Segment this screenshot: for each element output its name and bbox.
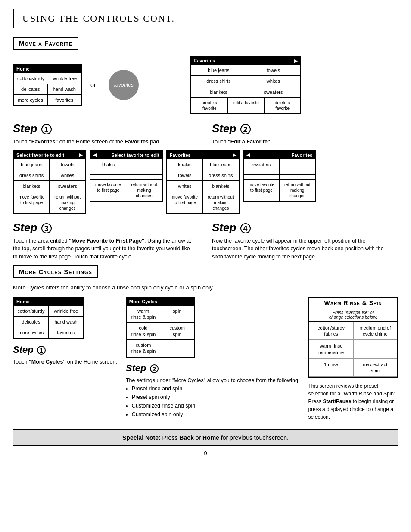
h2-handwash: hand wash xyxy=(49,317,83,327)
warm-rinse-note: Press "start/pause" orchange selections … xyxy=(309,308,397,322)
bullet-4: Customized spin only xyxy=(132,410,300,419)
step-3-text: Touch the area entitled "Move Favorite t… xyxy=(13,237,194,261)
step-1-heading: Step 1 xyxy=(13,122,199,135)
home-cell-more-cycles: more cycles xyxy=(14,95,48,105)
mc-cold-rinse: coldrinse & spin xyxy=(127,323,161,339)
mc-step-2-heading: Step 2 xyxy=(126,363,300,374)
fav-cell-blankets: blankets xyxy=(191,87,246,97)
fav2-bluejeans: blue jeans xyxy=(203,159,238,170)
step-1-text: Touch "Favorites" on the Home screen or … xyxy=(13,138,194,146)
mc-spin: spin xyxy=(160,306,194,323)
fav2-return: return withoutmaking changes xyxy=(203,192,238,213)
step-1-col: Step 1 Touch "Favorites" on the Home scr… xyxy=(13,122,199,146)
fav-cell-dressshirts: dress shirts xyxy=(191,76,246,86)
mc-step-1-heading: Step 1 xyxy=(13,344,117,355)
home-screen-2: Home cotton/sturdywrinkle free delicates… xyxy=(13,297,84,339)
mc-custom-rinse: customrinse & spin xyxy=(127,340,161,357)
fav-cell-whites: whites xyxy=(246,76,300,86)
step-row-3-4: Step 3 Touch the area entitled "Move Fav… xyxy=(13,221,398,261)
favorites-screen-1: Favorites ▶ blue jeans towels dress shir… xyxy=(190,56,301,114)
step-3-heading: Step 3 xyxy=(13,221,199,234)
fav2-dressshirts: dress shirts xyxy=(203,170,238,180)
special-note-bar: Special Note: Press Back or Home for pre… xyxy=(13,429,398,446)
step-1-num: 1 xyxy=(41,124,52,134)
mc-custom-spin: customspin xyxy=(160,323,194,339)
select-fav-1-arrow: ▶ xyxy=(79,152,83,157)
more-cycles-header: More Cycles Settings xyxy=(13,265,98,278)
bullet-2: Preset spin only xyxy=(132,393,300,401)
page-title: Using the Controls cont. xyxy=(22,13,175,24)
fav3-empty5 xyxy=(280,175,315,179)
move-favorite-top-screens: Home cotton/sturdy wrinkle free delicate… xyxy=(13,56,398,114)
step-4-col: Step 4 Now the favorite cycle will appea… xyxy=(212,221,398,261)
step-2-col: Step 2 Touch "Edit a Favorite". xyxy=(212,122,398,146)
fav-cell-sweaters: sweaters xyxy=(246,87,300,97)
sf2-empty4 xyxy=(90,175,126,179)
or-text: or xyxy=(90,81,96,88)
mc-step-2-bullets: Preset rinse and spin Preset spin only C… xyxy=(132,384,300,419)
fav-footer-delete: delete a favorite xyxy=(265,98,301,113)
fav2-blankets: blankets xyxy=(203,181,238,191)
favorites-circle-button[interactable]: favorites xyxy=(109,70,139,100)
sf2-empty2 xyxy=(90,170,126,174)
page-title-box: Using the Controls cont. xyxy=(13,9,184,28)
sf1-blankets: blankets xyxy=(14,181,50,191)
sf1-move: move favoriteto first page xyxy=(14,192,50,213)
sf1-dressshirts: dress shirts xyxy=(14,170,50,180)
favorites-screen-3: ◀ Favorites sweaters move favoriteto fir… xyxy=(243,150,316,202)
home-cell-delicates: delicates xyxy=(14,84,48,94)
warm-rinse-box: Warm Rinse & Spin Press "start/pause" or… xyxy=(308,297,398,378)
home-cell-handwash: hand wash xyxy=(48,84,81,94)
h2-favorites: favorites xyxy=(49,327,83,338)
home-screen-1: Home cotton/sturdy wrinkle free delicate… xyxy=(13,64,82,106)
sf1-bluejeans: blue jeans xyxy=(14,159,50,170)
home-screen-1-header: Home xyxy=(14,65,81,73)
middle-screens-row: Select favorite to edit ▶ blue jeanstowe… xyxy=(13,150,398,214)
fav-cell-towels: towels xyxy=(246,65,300,75)
home-cell-wrinkle: wrinkle free xyxy=(48,73,81,84)
step-3-col: Step 3 Touch the area entitled "Move Fav… xyxy=(13,221,199,261)
wr-cotton: cotton/sturdyfabrics xyxy=(309,322,353,340)
bullet-3: Customized rinse and spin xyxy=(132,401,300,410)
special-note-text: Special Note: Press Back or Home for pre… xyxy=(122,434,289,441)
bullet-1: Preset rinse and spin xyxy=(132,384,300,393)
mc-step-2-intro: The settings under "More Cycles" allow y… xyxy=(126,376,300,385)
step-2-num: 2 xyxy=(240,124,251,134)
more-cycles-screen: More Cycles warmrinse & spin spin coldri… xyxy=(126,297,195,358)
fav-footer-edit: edit a favorite xyxy=(228,98,265,113)
page-number: 9 xyxy=(13,450,398,457)
wr-max-extract: max extractspin xyxy=(353,358,397,377)
fav3-empty4 xyxy=(244,175,280,179)
fav-row-1: blue jeans towels xyxy=(191,65,300,75)
more-cycles-layout: Home cotton/sturdywrinkle free delicates… xyxy=(13,297,398,421)
wr-warm-rinse-temp: warm rinsetemperature xyxy=(309,340,353,358)
home-cell-cotton: cotton/sturdy xyxy=(14,73,48,84)
select-fav-2-left-arrow: ◀ xyxy=(93,152,97,157)
home-row-2: delicates hand wash xyxy=(14,84,81,94)
fav3-sweaters: sweaters xyxy=(244,159,280,170)
fav2-header: Favorites ▶ xyxy=(167,151,239,159)
step-2-text: Touch "Edit a Favorite". xyxy=(212,138,393,146)
mc-step-1-num: 1 xyxy=(37,346,46,355)
select-fav-2-header: ◀ Select favorite to edit xyxy=(90,151,162,159)
mc-step-2-num: 2 xyxy=(150,364,159,373)
step-row-1-2: Step 1 Touch "Favorites" on the Home scr… xyxy=(13,122,398,146)
home2-header: Home xyxy=(14,298,83,305)
more-cycles-section: More Cycles Settings More Cycles offers … xyxy=(13,265,398,421)
wr-empty xyxy=(353,340,397,358)
fav3-return: return withoutmaking changes xyxy=(280,180,315,201)
more-cycles-left: Home cotton/sturdywrinkle free delicates… xyxy=(13,297,117,366)
fav2-move: move favoriteto first page xyxy=(167,192,203,213)
wr-chime: medium end ofcycle chime xyxy=(353,322,397,340)
fav-row-3: blankets sweaters xyxy=(191,87,300,97)
sf2-empty5 xyxy=(126,175,162,179)
favorites-screen-1-title: Favorites xyxy=(194,58,215,63)
fav2-khakis: khakis xyxy=(167,159,203,170)
h2-cotton: cotton/sturdy xyxy=(14,306,49,316)
h2-more-cycles: more cycles xyxy=(14,327,49,338)
favorites-screen-2: Favorites ▶ khakisblue jeans towelsdress… xyxy=(166,150,240,214)
mc-step-1-text: Touch "More Cycles" on the Home screen. xyxy=(13,358,117,366)
fav-footer: create a favorite edit a favorite delete… xyxy=(191,97,300,113)
h2-delicates: delicates xyxy=(14,317,49,327)
home-cell-favorites: favorites xyxy=(48,95,81,105)
